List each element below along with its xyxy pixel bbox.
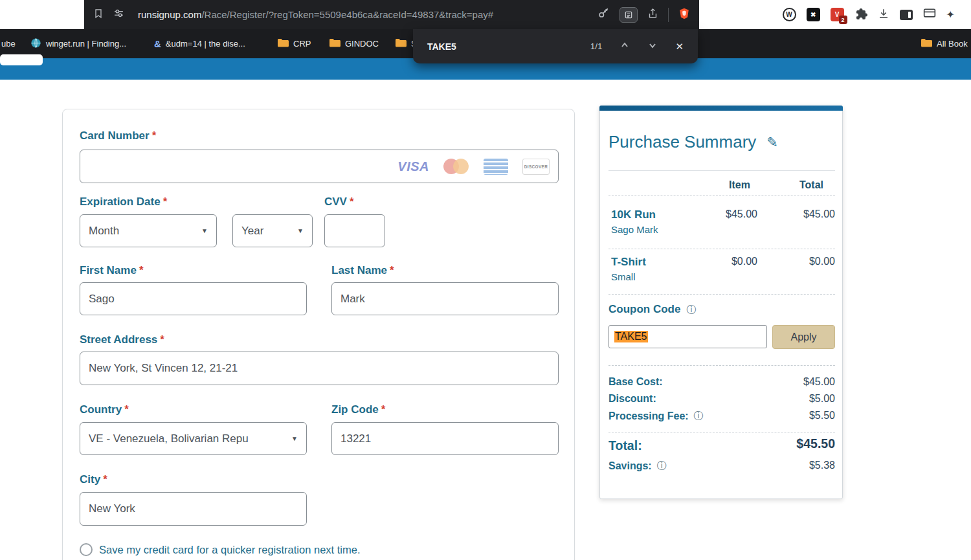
find-close-button[interactable]: ✕ (675, 41, 684, 52)
line-item-total: $0.00 (764, 256, 835, 267)
summary-divider (608, 170, 835, 171)
share-icon[interactable] (647, 8, 658, 22)
coupon-code-input[interactable]: TAKE5 (608, 325, 767, 348)
summary-accent-bar (599, 106, 843, 111)
processing-fee-value: $5.50 (717, 410, 835, 421)
base-cost-value: $45.00 (717, 376, 835, 388)
base-cost-label: Base Cost: (608, 376, 663, 388)
bookmark-folder-gindoc[interactable]: GINDOC (329, 29, 379, 58)
browser-toolbar: runsignup.com/Race/Register/?regToken=55… (0, 0, 971, 29)
passwords-key-icon[interactable] (597, 7, 610, 22)
find-previous-button[interactable] (619, 40, 630, 53)
savings-value: $5.38 (717, 460, 835, 471)
site-settings-icon[interactable] (113, 8, 124, 21)
extensions-puzzle-icon[interactable] (854, 7, 867, 23)
bookmark-item-winget[interactable]: winget.run | Finding... (30, 29, 126, 58)
required-asterisk: * (390, 264, 394, 276)
brave-shield-icon[interactable] (678, 7, 690, 23)
ai-sparkle-icon[interactable]: ✦ (946, 8, 955, 21)
street-address-input[interactable] (80, 352, 559, 385)
wallet-card-icon[interactable] (923, 8, 936, 21)
total-value: $45.50 (717, 436, 835, 451)
coupon-code-label: Coupon Code ⓘ (608, 303, 696, 316)
red-extension-icon[interactable]: V2 (831, 8, 844, 21)
purchase-summary-card: Purchase Summary ✎ Item Total 10K Run Sa… (599, 106, 843, 499)
bookmark-item-udm[interactable]: & &udm=14 | the dise... (154, 29, 245, 58)
save-card-label: Save my credit card for a quicker regist… (99, 544, 361, 556)
all-bookmarks-button[interactable]: All Book (921, 29, 968, 58)
chevron-down-icon: ▼ (297, 227, 304, 234)
info-icon[interactable]: ⓘ (694, 410, 704, 422)
required-asterisk: * (350, 196, 354, 208)
required-asterisk: * (124, 403, 129, 416)
white-tab-remnant (0, 54, 43, 65)
line-item-name: 10K Run (611, 208, 656, 221)
info-icon[interactable]: ⓘ (657, 460, 667, 472)
wayback-extension-icon[interactable]: W (783, 8, 796, 21)
required-asterisk: * (163, 196, 168, 208)
line-item-name: T-Shirt (611, 256, 646, 269)
downloads-icon[interactable] (878, 8, 889, 22)
find-match-count: 1/1 (590, 41, 603, 51)
zip-code-input[interactable] (331, 422, 559, 455)
reader-mode-icon[interactable] (619, 7, 638, 23)
processing-fee-label: Processing Fee:ⓘ (608, 410, 704, 422)
summary-divider-dashed (608, 249, 835, 249)
last-name-input[interactable] (331, 282, 559, 315)
find-query-input[interactable]: TAKE5 (427, 41, 456, 52)
city-label: City* (80, 473, 107, 486)
line-item-price: $45.00 (691, 208, 757, 220)
cvv-label: CVV* (324, 196, 354, 208)
zip-code-label: Zip Code* (331, 403, 385, 416)
column-header-total: Total (764, 179, 823, 191)
card-brand-icons: VISA DISCOVER (397, 159, 550, 175)
split-view-icon[interactable] (900, 10, 913, 20)
folder-icon (921, 38, 932, 49)
city-input[interactable] (80, 492, 307, 526)
line-item-subtitle: Sago Mark (611, 224, 658, 235)
chevron-down-icon: ▼ (201, 227, 208, 234)
expiration-date-label: Expiration Date* (80, 196, 167, 208)
month-select[interactable]: Month▼ (80, 214, 217, 247)
address-bar[interactable]: runsignup.com/Race/Register/?regToken=55… (84, 0, 699, 29)
find-controls: 1/1 ✕ (590, 40, 684, 53)
street-address-label: Street Address* (80, 333, 164, 346)
folder-icon (329, 38, 340, 49)
required-asterisk: * (152, 129, 157, 142)
url-text[interactable]: runsignup.com/Race/Register/?regToken=55… (138, 9, 588, 20)
folder-icon (395, 38, 407, 49)
toolbar-divider (668, 8, 669, 22)
edit-pencil-icon[interactable]: ✎ (766, 135, 778, 150)
year-select[interactable]: Year▼ (232, 214, 313, 247)
cvv-input[interactable] (324, 214, 385, 247)
savings-label: Savings:ⓘ (608, 460, 667, 472)
payment-form-card: Card Number* VISA DISCOVER Expiration Da… (62, 109, 575, 560)
first-name-input[interactable] (80, 282, 307, 315)
required-asterisk: * (160, 333, 164, 346)
card-number-label: Card Number* (80, 129, 156, 142)
country-label: Country* (80, 403, 129, 416)
save-card-checkbox[interactable] (80, 543, 93, 556)
line-item-subtitle: Small (611, 271, 636, 282)
discount-label: Discount: (608, 393, 656, 405)
extension-badge: 2 (839, 16, 847, 24)
ampersand-favicon: & (154, 38, 161, 49)
folder-icon (277, 38, 289, 49)
info-icon[interactable]: ⓘ (686, 304, 696, 316)
dark-extension-icon[interactable]: ✖ (807, 8, 820, 21)
country-select[interactable]: VE - Venezuela, Bolivarian Repu▼ (80, 422, 307, 455)
find-next-button[interactable] (647, 40, 658, 53)
first-name-label: First Name* (80, 264, 144, 277)
discover-icon: DISCOVER (522, 159, 550, 175)
column-header-item: Item (684, 179, 750, 191)
discount-value: $5.00 (717, 393, 835, 405)
chevron-down-icon: ▼ (291, 435, 298, 442)
required-asterisk: * (139, 264, 144, 276)
mastercard-icon (443, 159, 469, 175)
bookmark-icon[interactable] (93, 8, 104, 21)
apply-coupon-button[interactable]: Apply (772, 325, 835, 349)
card-number-input[interactable]: VISA DISCOVER (80, 150, 559, 183)
bookmark-folder-crp[interactable]: CRP (277, 29, 311, 58)
line-item-price: $0.00 (691, 256, 757, 267)
line-item-total: $45.00 (764, 208, 835, 220)
